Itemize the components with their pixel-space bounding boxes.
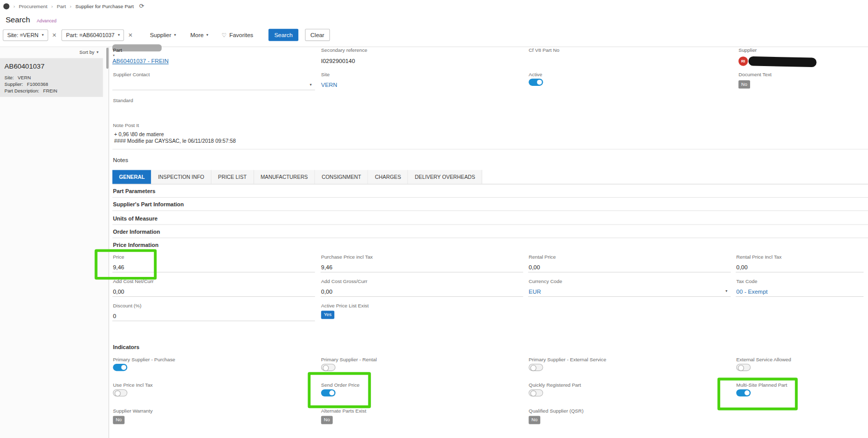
standard-label: Standard bbox=[113, 98, 133, 103]
sort-by-dropdown[interactable]: Sort by ▾ bbox=[79, 49, 99, 55]
qualified-supplier-qsr-label: Qualified Supplier (QSR) bbox=[529, 408, 583, 414]
breadcrumb-item-current-page[interactable]: Supplier for Purchase Part bbox=[75, 4, 134, 9]
note-post-it-line-1[interactable]: + 0,96 \80 de matiere bbox=[114, 131, 164, 137]
result-item-part-description-row: Part Description: FREIN bbox=[5, 88, 99, 93]
primary-supplier-external-service-toggle[interactable] bbox=[529, 364, 543, 371]
alternate-parts-exist-badge: No bbox=[321, 416, 333, 424]
send-order-price-label: Send Order Price bbox=[321, 382, 360, 388]
site-filter-remove-icon[interactable]: ✕ bbox=[52, 32, 56, 38]
primary-supplier-rental-toggle[interactable] bbox=[321, 364, 335, 371]
tab-price-list[interactable]: PRICE LIST bbox=[211, 170, 254, 184]
supplier-label: Supplier bbox=[738, 48, 757, 53]
advanced-search-link[interactable]: Advanced bbox=[37, 18, 56, 23]
page-canvas: › Procurement › Part › Supplier for Purc… bbox=[0, 0, 868, 438]
multi-site-planned-part-toggle[interactable] bbox=[736, 389, 751, 396]
currency-code-select[interactable]: EUR ▾ bbox=[528, 287, 731, 297]
qualified-supplier-qsr-badge: No bbox=[529, 416, 540, 424]
currency-code-value[interactable]: EUR bbox=[529, 288, 541, 295]
scrollbar-thumb[interactable] bbox=[106, 48, 108, 69]
price-value: 9,46 bbox=[113, 264, 124, 270]
result-item-site-value: VERN bbox=[18, 75, 31, 80]
tax-code-label: Tax Code bbox=[736, 278, 757, 284]
rental-price-incl-tax-input[interactable]: 0,00 bbox=[736, 263, 864, 273]
add-cost-net-curr-input[interactable]: 0,00 bbox=[112, 287, 315, 297]
use-price-incl-tax-toggle[interactable] bbox=[113, 389, 127, 396]
heart-icon: ♡ bbox=[222, 32, 227, 38]
rental-price-value: 0,00 bbox=[529, 264, 540, 270]
currency-code-label: Currency Code bbox=[529, 278, 562, 284]
supplier-name-redaction bbox=[749, 56, 817, 67]
section-suppliers-part-information[interactable]: Supplier's Part Information bbox=[112, 198, 868, 211]
clear-button[interactable]: Clear bbox=[305, 29, 330, 41]
note-post-it-underline bbox=[112, 149, 868, 149]
part-link[interactable]: AB60401037 - FREIN bbox=[112, 57, 169, 64]
section-units-of-measure[interactable]: Units of Measure bbox=[112, 212, 868, 225]
external-service-allowed-toggle[interactable] bbox=[736, 364, 751, 371]
result-item-supplier-label: Supplier: bbox=[5, 81, 23, 87]
active-label: Active bbox=[529, 72, 542, 78]
discount-input[interactable]: 0 bbox=[112, 311, 315, 321]
section-indicators[interactable]: Indicators bbox=[113, 344, 139, 350]
price-input[interactable]: 9,46 bbox=[112, 263, 315, 273]
refresh-icon[interactable]: ⟳ bbox=[139, 3, 144, 10]
chevron-down-icon: ▾ bbox=[726, 289, 728, 294]
supplier-avatar: RI bbox=[738, 56, 748, 66]
chevron-down-icon: ▾ bbox=[309, 82, 312, 87]
site-filter-chip[interactable]: Site: =VERN ▾ bbox=[3, 29, 48, 41]
result-item-part-description-label: Part Description: bbox=[5, 88, 39, 93]
more-filters-dropdown[interactable]: More ▾ bbox=[191, 32, 208, 38]
part-filter-chip[interactable]: Part: =AB60401037 ▾ bbox=[61, 29, 124, 41]
tab-inspection-info[interactable]: INSPECTION INFO bbox=[151, 170, 211, 184]
add-cost-gross-curr-value: 0,00 bbox=[321, 288, 332, 295]
supplier-contact-input[interactable]: ▾ bbox=[112, 80, 315, 90]
tax-code-value[interactable]: 00 - Exempt bbox=[736, 288, 768, 295]
search-header: Search Advanced bbox=[6, 15, 56, 23]
chevron-down-icon: ▾ bbox=[118, 33, 120, 37]
part-filter-remove-icon[interactable]: ✕ bbox=[128, 32, 133, 38]
rental-price-input[interactable]: 0,00 bbox=[528, 263, 731, 273]
tax-code-input[interactable]: 00 - Exempt bbox=[736, 287, 864, 297]
app-icon[interactable] bbox=[4, 4, 10, 10]
primary-supplier-purchase-toggle[interactable] bbox=[113, 364, 127, 371]
section-price-information[interactable]: Price Information bbox=[112, 239, 868, 252]
note-post-it-line-2[interactable]: #### Modifie par CAYSSAC, le 06/11/2018 … bbox=[114, 138, 236, 144]
section-order-information[interactable]: Order Information bbox=[112, 226, 868, 238]
tab-delivery-overheads[interactable]: DELIVERY OVERHEADS bbox=[408, 170, 482, 184]
discount-label: Discount (%) bbox=[113, 303, 141, 308]
result-list-item-selected[interactable]: AB60401037 Site: VERN Supplier: F1000368… bbox=[0, 58, 103, 97]
alternate-parts-exist-label: Alternate Parts Exist bbox=[321, 408, 366, 414]
chevron-down-icon: ▾ bbox=[97, 50, 99, 54]
section-part-parameters[interactable]: Part Parameters bbox=[112, 185, 868, 198]
search-button[interactable]: Search bbox=[269, 29, 298, 41]
sort-caret-icon: ▾ bbox=[113, 53, 114, 57]
more-dropdown-label: More bbox=[191, 32, 204, 38]
favorites-button[interactable]: ♡ Favorites bbox=[222, 32, 253, 38]
tab-manufacturers[interactable]: MANUFACTURERS bbox=[254, 170, 315, 184]
purchase-price-incl-tax-input[interactable]: 9,46 bbox=[321, 263, 523, 273]
chevron-down-icon: ▾ bbox=[174, 33, 176, 37]
active-price-list-exist-label: Active Price List Exist bbox=[321, 303, 369, 308]
purchase-price-incl-tax-value: 9,46 bbox=[321, 264, 332, 270]
supplier-filter-dropdown[interactable]: Supplier ▾ bbox=[150, 32, 176, 38]
sort-by-label: Sort by bbox=[79, 49, 94, 55]
app-window: › Procurement › Part › Supplier for Purc… bbox=[0, 0, 868, 438]
supplier-warranty-badge: No bbox=[113, 416, 125, 424]
chevron-right-icon: › bbox=[51, 4, 53, 9]
tab-consignment[interactable]: CONSIGNMENT bbox=[315, 170, 368, 184]
tab-general[interactable]: GENERAL bbox=[112, 170, 151, 184]
part-filter-label: Part: =AB60401037 bbox=[66, 32, 114, 38]
supplier-warranty-label: Supplier Warranty bbox=[113, 408, 152, 414]
send-order-price-toggle[interactable] bbox=[321, 389, 335, 396]
tab-charges[interactable]: CHARGES bbox=[368, 170, 408, 184]
site-link[interactable]: VERN bbox=[321, 81, 337, 88]
tab-strip: GENERAL INSPECTION INFO PRICE LIST MANUF… bbox=[112, 170, 868, 184]
cf-v8-part-no-label: Cf V8 Part No bbox=[529, 48, 559, 53]
add-cost-gross-curr-input[interactable]: 0,00 bbox=[321, 287, 523, 297]
filter-bar: Site: =VERN ▾ ✕ Part: =AB60401037 ▾ ✕ Su… bbox=[3, 28, 330, 42]
breadcrumb-item-procurement[interactable]: Procurement bbox=[19, 4, 47, 9]
active-toggle[interactable] bbox=[529, 79, 543, 86]
breadcrumb-item-part[interactable]: Part bbox=[57, 4, 66, 9]
result-item-supplier-value: F1000368 bbox=[27, 81, 48, 87]
quickly-registered-part-toggle[interactable] bbox=[529, 389, 543, 396]
active-price-list-exist-badge: Yes bbox=[321, 310, 334, 319]
